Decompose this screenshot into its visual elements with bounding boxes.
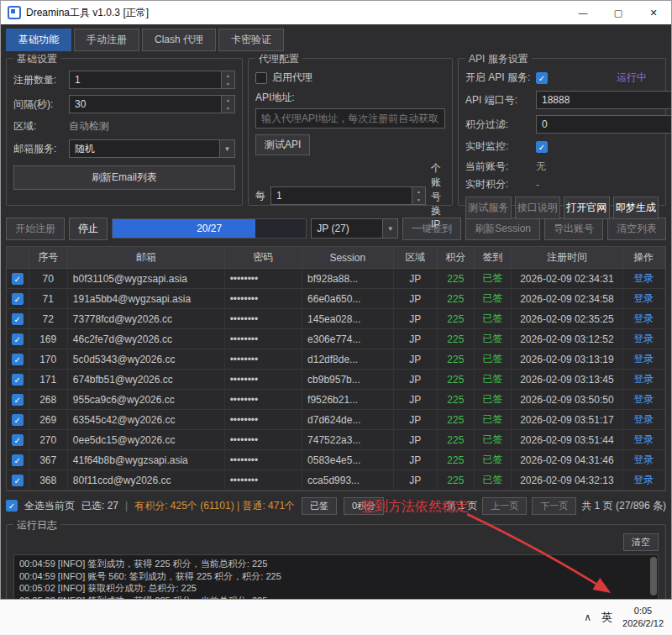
- header-signed[interactable]: 签到: [474, 247, 511, 269]
- interval-input[interactable]: ▲ ▼: [69, 95, 235, 113]
- row-checkbox[interactable]: ✓: [12, 293, 24, 305]
- per-accounts-spinner[interactable]: ▲ ▼: [412, 187, 425, 204]
- table-row[interactable]: ✓ 367 41f64b8b@wygzsapi.asia •••••••• 05…: [7, 450, 665, 470]
- table-row[interactable]: ✓ 270 0ee5dc15@wy2026.cc •••••••• 747522…: [7, 430, 665, 450]
- spinner-down-icon[interactable]: ▼: [222, 104, 234, 113]
- row-checkbox[interactable]: ✓: [12, 454, 24, 466]
- header-register-time[interactable]: 注册时间: [512, 247, 623, 269]
- row-checkbox[interactable]: ✓: [12, 313, 24, 325]
- row-checkbox[interactable]: ✓: [12, 434, 24, 446]
- login-link[interactable]: 登录: [633, 413, 654, 425]
- test-api-button[interactable]: 测试API: [255, 134, 310, 155]
- row-signed-badge: 已签: [474, 430, 511, 450]
- table-row[interactable]: ✓ 71 191a5bb4@wygzsapi.asia •••••••• 66e…: [7, 289, 665, 309]
- login-link[interactable]: 登录: [633, 454, 654, 465]
- tab-manual-register[interactable]: 手动注册: [74, 29, 139, 51]
- login-link[interactable]: 登录: [633, 393, 654, 405]
- header-index[interactable]: 序号: [29, 247, 67, 269]
- per-accounts-value[interactable]: [271, 187, 412, 204]
- email-service-select[interactable]: 随机 ▼: [69, 139, 235, 158]
- interval-value[interactable]: [70, 96, 221, 113]
- select-all-checkbox[interactable]: ✓: [6, 500, 18, 512]
- login-link[interactable]: 登录: [633, 333, 654, 344]
- row-checkbox[interactable]: ✓: [12, 333, 24, 345]
- header-action[interactable]: 操作: [622, 247, 664, 269]
- log-scrollbar[interactable]: [650, 557, 657, 596]
- clear-list-button[interactable]: 清空列表: [607, 218, 666, 240]
- next-page-button[interactable]: 下一页: [532, 497, 576, 515]
- chevron-down-icon[interactable]: ▼: [219, 140, 234, 157]
- register-count-input[interactable]: ▲ ▼: [69, 71, 235, 89]
- enable-proxy-checkbox[interactable]: [255, 72, 267, 84]
- header-email[interactable]: 邮箱: [67, 247, 224, 269]
- table-row[interactable]: ✓ 169 46c2fe7d@wy2026.cc •••••••• e306e7…: [7, 329, 665, 349]
- taskbar-chevron-up-icon[interactable]: ∧: [584, 611, 591, 623]
- stop-button[interactable]: 停止: [69, 218, 108, 240]
- api-port-value[interactable]: [537, 92, 671, 108]
- spinner-up-icon[interactable]: ▲: [412, 187, 425, 196]
- realtime-monitor-checkbox[interactable]: ✓: [536, 141, 548, 153]
- test-service-button[interactable]: 测试服务: [465, 197, 512, 219]
- login-link[interactable]: 登录: [633, 272, 654, 284]
- table-row[interactable]: ✓ 70 b0f31105@wygzsapi.asia •••••••• bf9…: [7, 269, 665, 289]
- running-status-badge: 运行中: [617, 71, 647, 85]
- realtime-points-label: 实时积分:: [465, 177, 531, 192]
- zero-points-filter-button[interactable]: 0积分: [344, 497, 384, 515]
- open-website-button[interactable]: 打开官网: [564, 197, 610, 219]
- header-points[interactable]: 积分: [437, 247, 474, 269]
- login-link[interactable]: 登录: [633, 353, 654, 365]
- login-link[interactable]: 登录: [633, 474, 654, 485]
- register-count-value[interactable]: [70, 71, 221, 88]
- clear-log-button[interactable]: 清空: [623, 533, 659, 551]
- spinner-up-icon[interactable]: ▲: [222, 71, 234, 80]
- row-checkbox[interactable]: ✓: [12, 414, 24, 426]
- interval-spinner[interactable]: ▲ ▼: [221, 96, 234, 113]
- minimize-button[interactable]: —: [565, 1, 601, 24]
- header-region[interactable]: 区域: [393, 247, 437, 269]
- row-checkbox[interactable]: ✓: [12, 374, 24, 386]
- signed-filter-button[interactable]: 已签: [302, 497, 337, 515]
- login-link[interactable]: 登录: [633, 373, 654, 385]
- login-link[interactable]: 登录: [633, 312, 654, 324]
- row-checkbox[interactable]: ✓: [12, 354, 24, 365]
- export-accounts-button[interactable]: 导出账号: [544, 218, 603, 240]
- header-session[interactable]: Session: [302, 247, 393, 269]
- spinner-down-icon[interactable]: ▼: [222, 80, 234, 88]
- table-row[interactable]: ✓ 170 5c0d5343@wy2026.cc •••••••• d12df8…: [7, 349, 665, 370]
- row-checkbox[interactable]: ✓: [12, 475, 24, 486]
- tab-clash-proxy[interactable]: Clash 代理: [142, 29, 216, 51]
- api-port-input[interactable]: ▲ ▼: [536, 91, 671, 109]
- points-filter-input[interactable]: ▲ ▼: [536, 115, 671, 134]
- points-filter-value[interactable]: [537, 116, 671, 133]
- api-docs-button[interactable]: 接口说明: [515, 197, 561, 219]
- taskbar-clock[interactable]: 0:05 2026/2/12: [622, 605, 664, 630]
- tab-card-verify[interactable]: 卡密验证: [218, 29, 284, 51]
- per-accounts-input[interactable]: ▲ ▼: [270, 186, 426, 205]
- table-row[interactable]: ✓ 171 674bfb51@wy2026.cc •••••••• cb9b95…: [7, 370, 665, 390]
- proxy-api-address-input[interactable]: [255, 108, 445, 129]
- dream-generate-button[interactable]: 即梦生成: [613, 197, 659, 219]
- login-link[interactable]: 登录: [633, 433, 654, 445]
- table-row[interactable]: ✓ 268 955ca9c6@wy2026.cc •••••••• f9526b…: [7, 390, 665, 410]
- spinner-up-icon[interactable]: ▲: [222, 96, 234, 104]
- login-link[interactable]: 登录: [633, 292, 654, 304]
- start-register-button[interactable]: 开始注册: [6, 218, 65, 240]
- ime-indicator[interactable]: 英: [601, 610, 612, 625]
- register-count-spinner[interactable]: ▲ ▼: [221, 71, 234, 88]
- row-session: f9526b21...: [302, 390, 393, 410]
- header-password[interactable]: 密码: [224, 247, 302, 269]
- refresh-email-list-button[interactable]: 刷新Email列表: [13, 165, 235, 190]
- tab-basic-functions[interactable]: 基础功能: [6, 29, 71, 51]
- maximize-button[interactable]: ▢: [601, 1, 636, 24]
- close-button[interactable]: ✕: [636, 1, 671, 24]
- spinner-down-icon[interactable]: ▼: [412, 196, 425, 204]
- table-row[interactable]: ✓ 269 63545c42@wy2026.cc •••••••• d7d624…: [7, 410, 665, 430]
- api-service-checkbox[interactable]: ✓: [536, 72, 548, 84]
- log-lines[interactable]: 00:04:59 [INFO] 签到成功，获得 225 积分，当前总积分: 22…: [13, 554, 659, 599]
- table-row[interactable]: ✓ 72 73778fcd@wy2026.cc •••••••• 145ea02…: [7, 309, 665, 329]
- table-row[interactable]: ✓ 368 80f11ccd@wy2026.cc •••••••• cca5d9…: [7, 470, 665, 491]
- row-checkbox[interactable]: ✓: [12, 394, 24, 406]
- refresh-session-button[interactable]: 刷新Session: [465, 218, 540, 240]
- row-checkbox[interactable]: ✓: [12, 273, 24, 285]
- prev-page-button[interactable]: 上一页: [482, 497, 527, 515]
